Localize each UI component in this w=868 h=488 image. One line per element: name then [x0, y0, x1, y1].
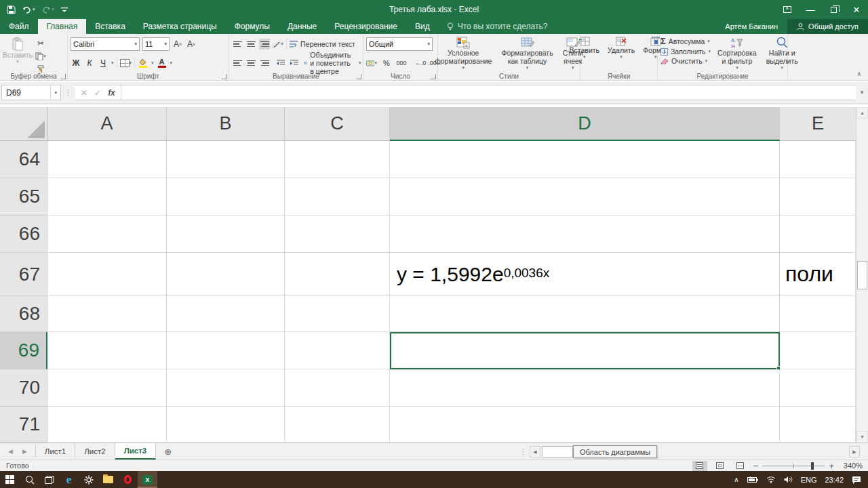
- conditional-formatting-button[interactable]: ≠ Условное форматирование ▾: [432, 36, 494, 71]
- minimize-button[interactable]: —: [799, 0, 822, 19]
- tab-view[interactable]: Вид: [406, 19, 439, 34]
- selected-cell-D69[interactable]: [390, 332, 780, 369]
- tab-formulas[interactable]: Формулы: [226, 19, 279, 34]
- clipboard-dialog-launcher[interactable]: [60, 74, 66, 79]
- cell[interactable]: [390, 216, 780, 253]
- column-header-E[interactable]: E: [780, 107, 856, 141]
- zoom-percentage[interactable]: 340%: [840, 462, 863, 470]
- wifi-icon[interactable]: [766, 476, 776, 483]
- normal-view-button[interactable]: [692, 461, 707, 471]
- zoom-track[interactable]: [762, 466, 825, 466]
- excel-taskbar-button[interactable]: x: [138, 471, 157, 488]
- comma-style-icon[interactable]: 000: [396, 58, 407, 68]
- fill-color-icon[interactable]: [138, 58, 149, 68]
- page-break-view-button[interactable]: [733, 461, 748, 471]
- cell[interactable]: [285, 407, 390, 443]
- cell[interactable]: [167, 296, 285, 332]
- name-box-dropdown-icon[interactable]: ▾: [50, 85, 60, 100]
- sheet-tab-list1[interactable]: Лист1: [36, 443, 75, 460]
- cell[interactable]: [780, 332, 856, 369]
- cell[interactable]: [390, 407, 780, 443]
- decrease-indent-icon[interactable]: [275, 58, 286, 68]
- tab-splitter-icon[interactable]: ⋮: [519, 443, 527, 460]
- tab-home[interactable]: Главная: [38, 19, 87, 34]
- user-name[interactable]: Артём Баканин: [715, 22, 787, 30]
- tell-me-box[interactable]: Что вы хотите сделать?: [439, 19, 556, 34]
- formula-input[interactable]: [121, 85, 856, 100]
- redo-button[interactable]: ▾: [42, 6, 55, 14]
- edge-button[interactable]: e: [59, 471, 79, 488]
- show-hidden-icons[interactable]: ∧: [734, 476, 738, 483]
- cell[interactable]: [285, 141, 390, 178]
- align-left-icon[interactable]: [232, 58, 243, 68]
- paste-dropdown-icon[interactable]: ▾: [16, 59, 19, 64]
- cut-icon[interactable]: ✂: [35, 38, 46, 49]
- scroll-right-icon[interactable]: ▶: [849, 446, 860, 458]
- cell[interactable]: [167, 253, 285, 296]
- restore-button[interactable]: [822, 0, 845, 19]
- font-name-combo[interactable]: Calibri▾: [71, 37, 140, 51]
- cell[interactable]: [285, 253, 390, 296]
- orientation-icon[interactable]: ▾: [273, 39, 283, 49]
- cell[interactable]: [780, 216, 856, 253]
- cell[interactable]: [780, 407, 856, 443]
- prev-sheet-icon[interactable]: ◀: [8, 448, 13, 455]
- tab-insert[interactable]: Вставка: [86, 19, 134, 34]
- italic-button[interactable]: К: [84, 58, 95, 68]
- horizontal-scroll-thumb[interactable]: [542, 446, 573, 458]
- vertical-scroll-thumb[interactable]: [857, 261, 867, 289]
- expand-formula-bar-icon[interactable]: ▼: [856, 89, 868, 96]
- row-header-67[interactable]: 67: [0, 253, 47, 296]
- fill-button[interactable]: Заполнить▾: [660, 47, 711, 56]
- increase-decimal-icon[interactable]: ←.0: [415, 58, 426, 68]
- alignment-dialog-launcher[interactable]: [356, 74, 361, 79]
- clock[interactable]: 23:42: [825, 476, 844, 484]
- fill-color-dropdown-icon[interactable]: ▾: [151, 60, 154, 66]
- tab-review[interactable]: Рецензирование: [326, 19, 406, 34]
- sheet-tab-list2[interactable]: Лист2: [75, 443, 115, 460]
- cancel-entry-icon[interactable]: ✕: [81, 88, 87, 98]
- copy-icon[interactable]: ▾: [35, 51, 46, 62]
- tab-file[interactable]: Файл: [0, 19, 38, 34]
- column-header-B[interactable]: B: [167, 107, 285, 141]
- insert-function-icon[interactable]: fx: [108, 88, 115, 98]
- cell[interactable]: [167, 332, 285, 369]
- paste-button[interactable]: Вставить ▾: [3, 36, 33, 71]
- cell-E67[interactable]: поли: [780, 253, 856, 296]
- cell[interactable]: [47, 253, 167, 296]
- action-center-icon[interactable]: [852, 476, 861, 484]
- font-dialog-launcher[interactable]: [222, 74, 227, 79]
- bold-button[interactable]: Ж: [71, 58, 81, 68]
- undo-dropdown-icon[interactable]: ▾: [33, 7, 35, 12]
- align-top-icon[interactable]: [232, 39, 243, 49]
- collapse-ribbon-icon[interactable]: ∧: [856, 70, 861, 77]
- row-header-70[interactable]: 70: [0, 369, 47, 407]
- page-layout-view-button[interactable]: [713, 461, 728, 471]
- cell[interactable]: [285, 369, 390, 407]
- cell[interactable]: [285, 178, 390, 216]
- language-indicator[interactable]: ENG: [801, 476, 817, 484]
- wrap-text-button[interactable]: Перенести текст: [290, 40, 355, 48]
- close-button[interactable]: ✕: [845, 0, 868, 19]
- file-explorer-button[interactable]: [98, 471, 118, 488]
- column-header-A[interactable]: A: [47, 107, 167, 141]
- cell[interactable]: [47, 369, 167, 407]
- opera-button[interactable]: [118, 471, 138, 488]
- cell[interactable]: [167, 178, 285, 216]
- scroll-up-icon[interactable]: ▲: [856, 107, 868, 119]
- column-header-C[interactable]: C: [285, 107, 390, 141]
- row-header-69[interactable]: 69: [0, 332, 47, 369]
- redo-dropdown-icon[interactable]: ▾: [52, 7, 55, 12]
- vertical-scrollbar[interactable]: ▲ ▼: [856, 107, 868, 443]
- cell[interactable]: [390, 141, 780, 178]
- row-header-71[interactable]: 71: [0, 407, 47, 443]
- zoom-in-icon[interactable]: +: [829, 462, 834, 470]
- cell[interactable]: [47, 332, 167, 369]
- align-bottom-icon[interactable]: [259, 39, 270, 49]
- autosum-button[interactable]: ΣАвтосумма▾: [660, 36, 711, 46]
- row-header-68[interactable]: 68: [0, 296, 47, 332]
- number-format-combo[interactable]: Общий▾: [366, 37, 433, 51]
- cell[interactable]: [167, 141, 285, 178]
- speaker-icon[interactable]: [784, 476, 793, 483]
- underline-dropdown-icon[interactable]: ▾: [111, 60, 114, 66]
